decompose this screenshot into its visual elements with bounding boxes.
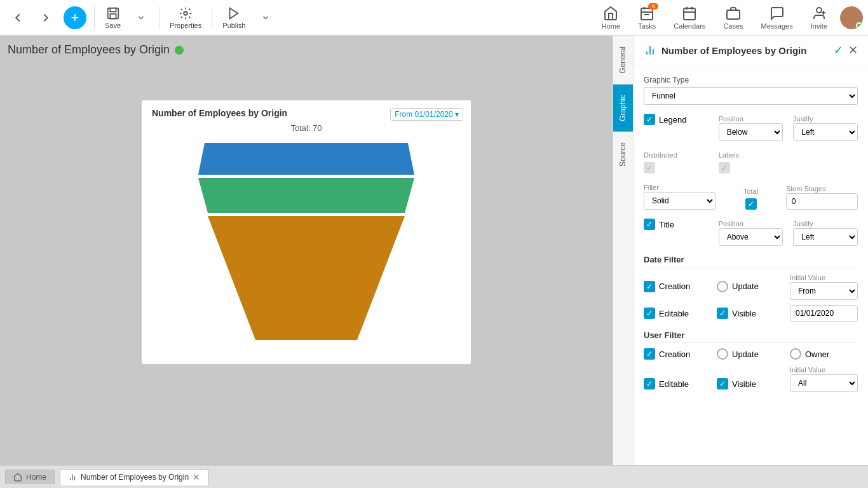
properties-label: Properties (170, 22, 201, 29)
forward-button[interactable] (33, 8, 58, 27)
user-avatar[interactable] (840, 6, 863, 29)
user-owner-label: Owner (805, 349, 829, 359)
separator (94, 6, 95, 29)
date-update-label: Update (732, 281, 759, 291)
svg-marker-2 (230, 8, 238, 18)
title-checkbox-row: Title (644, 219, 709, 230)
user-owner-radio[interactable] (790, 348, 801, 360)
invite-nav-button[interactable]: Invite (806, 3, 832, 32)
save-dropdown-button[interactable] (128, 11, 154, 25)
chart-tab[interactable]: Number of Employees by Origin ✕ (60, 469, 208, 485)
chart-tab-close[interactable]: ✕ (193, 472, 200, 482)
right-panel: Number of Employees by Origin ✓ ✕ Graphi… (633, 36, 868, 465)
title-label: Title (659, 220, 674, 229)
title-justify-label: Justify (793, 220, 813, 227)
chart-widget: Number of Employees by Origin From 01/01… (141, 100, 471, 365)
properties-button[interactable]: Properties (165, 4, 207, 32)
back-button[interactable] (5, 8, 31, 27)
save-button[interactable]: Save (100, 4, 126, 32)
date-creation-checkbox[interactable] (644, 281, 655, 292)
graphic-type-group: Graphic Type Funnel Bar Line Pie (644, 76, 858, 105)
date-creation-label: Creation (659, 281, 690, 291)
bottom-bar: Home Number of Employees by Origin ✕ (0, 465, 868, 488)
side-tab-source-label: Source (618, 142, 627, 166)
date-from-select[interactable]: From To (790, 282, 858, 300)
user-filter-group: Creation Update Owner Editable (644, 348, 858, 392)
user-editable-checkbox[interactable] (644, 378, 655, 390)
right-panel-header: Number of Employees by Origin ✓ ✕ (634, 36, 868, 65)
user-all-select[interactable]: All Current User Owner (790, 374, 858, 392)
svg-point-1 (184, 11, 187, 15)
tasks-nav-button[interactable]: 9 Tasks (633, 3, 661, 32)
side-tab-general-label: General (618, 46, 627, 74)
separator3 (212, 6, 212, 29)
user-visible-label: Visible (732, 379, 756, 389)
legend-group: Legend Position Below Above Left Right (644, 114, 858, 141)
separator2 (159, 6, 159, 29)
date-editable-checkbox[interactable] (644, 308, 655, 319)
cases-nav-label: Cases (723, 22, 743, 30)
user-update-label: Update (732, 349, 759, 359)
date-value-input[interactable] (790, 305, 858, 322)
legend-justify-select[interactable]: Left Center Right (793, 123, 858, 141)
user-creation-checkbox[interactable] (644, 348, 655, 360)
user-initial-value-label: Initial Value (790, 366, 825, 374)
side-tab-general[interactable]: General (613, 36, 633, 84)
date-visible-label: Visible (732, 309, 756, 318)
legend-position-select[interactable]: Below Above Left Right (719, 123, 783, 141)
home-nav-button[interactable]: Home (597, 3, 625, 32)
toolbar-right: Home 9 Tasks Calendars (597, 3, 863, 32)
messages-nav-button[interactable]: Messages (756, 3, 798, 32)
toolbar-left: + Save Properties (5, 4, 594, 32)
panel-confirm-button[interactable]: ✓ (834, 43, 843, 57)
user-editable-label: Editable (659, 379, 689, 389)
stem-stages-input[interactable] (786, 193, 858, 210)
title-checkbox[interactable] (644, 219, 655, 230)
labels-checkbox[interactable] (719, 162, 730, 173)
title-position-select[interactable]: Above Below (719, 228, 783, 246)
right-panel-title: Number of Employees by Origin (661, 45, 829, 56)
user-visible-checkbox[interactable] (717, 378, 728, 390)
calendars-nav-label: Calendars (674, 22, 705, 30)
panel-close-button[interactable]: ✕ (848, 43, 858, 57)
initial-value-label: Initial Value (790, 274, 825, 281)
legend-checkbox[interactable] (644, 114, 655, 125)
chart-icon (644, 44, 656, 57)
publish-label: Publish (222, 22, 245, 29)
distributed-checkbox[interactable] (644, 162, 655, 173)
date-visible-checkbox[interactable] (717, 308, 728, 319)
title-justify-select[interactable]: Left Center Right (793, 228, 858, 246)
chart-date-filter[interactable]: From 01/01/2020 ▾ (390, 108, 463, 121)
tasks-badge: 9 (648, 3, 658, 10)
graphic-type-select[interactable]: Funnel Bar Line Pie (644, 87, 858, 105)
user-update-radio[interactable] (717, 348, 728, 360)
svg-rect-8 (684, 8, 695, 20)
messages-nav-label: Messages (761, 22, 793, 30)
publish-button[interactable]: Publish (217, 4, 250, 32)
side-tab-source[interactable]: Source (613, 132, 633, 177)
main-area: Number of Employees by Origin Number of … (0, 36, 868, 465)
chart-tab-icon (68, 473, 77, 482)
legend-position-label: Position (719, 115, 743, 123)
funnel-chart (152, 138, 461, 356)
panel-content: Graphic Type Funnel Bar Line Pie Legend (634, 65, 868, 465)
home-tab[interactable]: Home (5, 470, 55, 484)
calendars-nav-button[interactable]: Calendars (668, 3, 710, 32)
graphic-type-label: Graphic Type (644, 76, 858, 85)
cases-nav-button[interactable]: Cases (718, 3, 748, 32)
publish-dropdown-button[interactable] (253, 11, 278, 25)
funnel-layer-green (198, 178, 414, 213)
filler-total-group: Filler Solid Gradient Total Stem Stag (644, 182, 858, 210)
total-label: Total (743, 187, 758, 195)
total-checkbox[interactable] (745, 198, 757, 210)
date-update-radio[interactable] (717, 281, 728, 292)
filler-select[interactable]: Solid Gradient (644, 192, 715, 210)
filler-label: Filler (644, 184, 659, 191)
add-button[interactable]: + (64, 6, 86, 29)
legend-checkbox-row: Legend (644, 114, 709, 125)
distributed-label: Distributed (644, 151, 677, 159)
svg-rect-12 (727, 10, 740, 19)
side-tab-graphic[interactable]: Graphic (613, 84, 633, 132)
user-creation-label: Creation (659, 349, 690, 359)
svg-point-13 (817, 8, 822, 13)
